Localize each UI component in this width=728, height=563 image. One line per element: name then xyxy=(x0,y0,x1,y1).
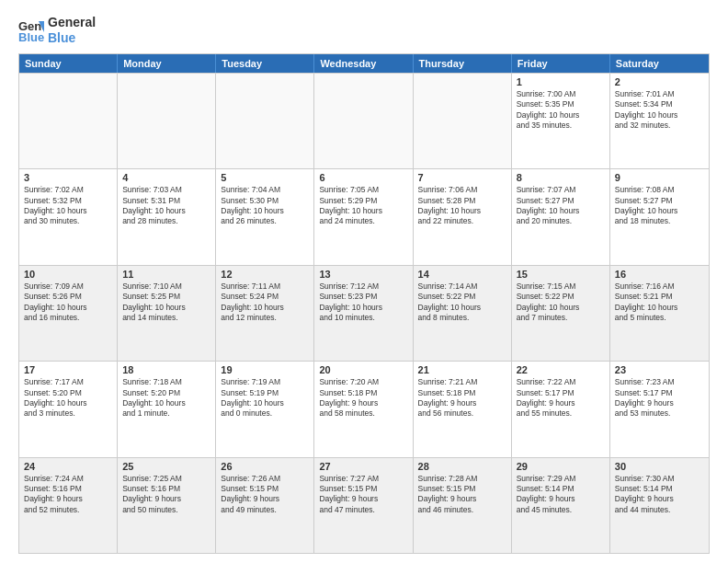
day-info: Sunrise: 7:09 AM Sunset: 5:26 PM Dayligh… xyxy=(24,282,112,324)
day-info: Sunrise: 7:06 AM Sunset: 5:28 PM Dayligh… xyxy=(418,185,506,227)
calendar-cell: 20Sunrise: 7:20 AM Sunset: 5:18 PM Dayli… xyxy=(314,362,413,456)
logo-text: GeneralBlue xyxy=(48,15,96,46)
calendar-cell: 27Sunrise: 7:27 AM Sunset: 5:15 PM Dayli… xyxy=(314,458,413,553)
calendar-row: 3Sunrise: 7:02 AM Sunset: 5:32 PM Daylig… xyxy=(19,168,709,264)
header: General Blue GeneralBlue xyxy=(18,15,710,46)
day-number: 11 xyxy=(122,269,210,280)
day-number: 17 xyxy=(24,364,112,375)
day-number: 26 xyxy=(221,461,309,472)
day-number: 14 xyxy=(418,269,506,280)
day-info: Sunrise: 7:26 AM Sunset: 5:15 PM Dayligh… xyxy=(221,474,309,516)
calendar-header: SundayMondayTuesdayWednesdayThursdayFrid… xyxy=(19,54,709,73)
calendar-cell: 21Sunrise: 7:21 AM Sunset: 5:18 PM Dayli… xyxy=(414,362,512,456)
page: General Blue GeneralBlue SundayMondayTue… xyxy=(0,0,728,563)
calendar-cell: 1Sunrise: 7:00 AM Sunset: 5:35 PM Daylig… xyxy=(512,74,610,168)
day-number: 13 xyxy=(319,269,407,280)
day-info: Sunrise: 7:10 AM Sunset: 5:25 PM Dayligh… xyxy=(122,282,210,324)
day-info: Sunrise: 7:27 AM Sunset: 5:15 PM Dayligh… xyxy=(319,474,407,516)
day-number: 24 xyxy=(24,461,112,472)
day-info: Sunrise: 7:00 AM Sunset: 5:35 PM Dayligh… xyxy=(517,89,605,132)
calendar-body: 1Sunrise: 7:00 AM Sunset: 5:35 PM Daylig… xyxy=(19,73,709,553)
day-number: 22 xyxy=(517,364,605,375)
day-info: Sunrise: 7:16 AM Sunset: 5:21 PM Dayligh… xyxy=(615,282,704,324)
calendar-cell: 30Sunrise: 7:30 AM Sunset: 5:14 PM Dayli… xyxy=(610,458,709,553)
weekday-header: Wednesday xyxy=(314,54,413,73)
day-info: Sunrise: 7:08 AM Sunset: 5:27 PM Dayligh… xyxy=(615,185,704,227)
day-number: 2 xyxy=(615,76,704,87)
day-info: Sunrise: 7:01 AM Sunset: 5:34 PM Dayligh… xyxy=(615,89,704,132)
day-info: Sunrise: 7:28 AM Sunset: 5:15 PM Dayligh… xyxy=(418,474,506,516)
day-number: 9 xyxy=(615,172,704,183)
day-number: 21 xyxy=(418,364,506,375)
day-number: 5 xyxy=(221,172,309,183)
day-info: Sunrise: 7:30 AM Sunset: 5:14 PM Dayligh… xyxy=(615,474,704,516)
day-info: Sunrise: 7:14 AM Sunset: 5:22 PM Dayligh… xyxy=(418,282,506,324)
day-number: 8 xyxy=(517,172,605,183)
day-info: Sunrise: 7:19 AM Sunset: 5:19 PM Dayligh… xyxy=(221,377,309,419)
day-number: 6 xyxy=(319,172,407,183)
day-number: 12 xyxy=(221,269,309,280)
weekday-header: Thursday xyxy=(414,54,512,73)
day-number: 28 xyxy=(418,461,506,472)
day-info: Sunrise: 7:12 AM Sunset: 5:23 PM Dayligh… xyxy=(319,282,407,324)
calendar-cell: 6Sunrise: 7:05 AM Sunset: 5:29 PM Daylig… xyxy=(314,169,413,264)
logo: General Blue GeneralBlue xyxy=(18,15,96,46)
day-number: 18 xyxy=(122,364,210,375)
calendar-cell: 3Sunrise: 7:02 AM Sunset: 5:32 PM Daylig… xyxy=(19,169,118,264)
calendar-cell: 5Sunrise: 7:04 AM Sunset: 5:30 PM Daylig… xyxy=(216,169,314,264)
day-number: 19 xyxy=(221,364,309,375)
day-info: Sunrise: 7:29 AM Sunset: 5:14 PM Dayligh… xyxy=(517,474,605,516)
day-number: 1 xyxy=(517,76,605,87)
calendar-cell: 12Sunrise: 7:11 AM Sunset: 5:24 PM Dayli… xyxy=(216,266,314,361)
calendar-cell: 14Sunrise: 7:14 AM Sunset: 5:22 PM Dayli… xyxy=(414,266,512,361)
calendar-cell: 7Sunrise: 7:06 AM Sunset: 5:28 PM Daylig… xyxy=(414,169,512,264)
calendar-cell: 29Sunrise: 7:29 AM Sunset: 5:14 PM Dayli… xyxy=(512,458,610,553)
calendar-cell: 24Sunrise: 7:24 AM Sunset: 5:16 PM Dayli… xyxy=(19,458,118,553)
day-number: 15 xyxy=(517,269,605,280)
calendar-cell: 13Sunrise: 7:12 AM Sunset: 5:23 PM Dayli… xyxy=(314,266,413,361)
calendar-row: 1Sunrise: 7:00 AM Sunset: 5:35 PM Daylig… xyxy=(19,73,709,168)
day-info: Sunrise: 7:18 AM Sunset: 5:20 PM Dayligh… xyxy=(122,377,210,419)
calendar-cell xyxy=(314,74,413,168)
calendar-cell: 2Sunrise: 7:01 AM Sunset: 5:34 PM Daylig… xyxy=(610,74,709,168)
day-number: 25 xyxy=(122,461,210,472)
calendar-cell: 16Sunrise: 7:16 AM Sunset: 5:21 PM Dayli… xyxy=(610,266,709,361)
calendar-cell: 17Sunrise: 7:17 AM Sunset: 5:20 PM Dayli… xyxy=(19,362,118,456)
day-info: Sunrise: 7:15 AM Sunset: 5:22 PM Dayligh… xyxy=(517,282,605,324)
day-info: Sunrise: 7:04 AM Sunset: 5:30 PM Dayligh… xyxy=(221,185,309,227)
day-number: 29 xyxy=(517,461,605,472)
day-number: 16 xyxy=(615,269,704,280)
weekday-header: Tuesday xyxy=(216,54,314,73)
day-info: Sunrise: 7:07 AM Sunset: 5:27 PM Dayligh… xyxy=(517,185,605,227)
calendar-cell: 11Sunrise: 7:10 AM Sunset: 5:25 PM Dayli… xyxy=(118,266,216,361)
day-info: Sunrise: 7:24 AM Sunset: 5:16 PM Dayligh… xyxy=(24,474,112,516)
day-info: Sunrise: 7:03 AM Sunset: 5:31 PM Dayligh… xyxy=(122,185,210,227)
logo-icon: General Blue xyxy=(18,17,44,43)
svg-text:Blue: Blue xyxy=(18,30,44,43)
calendar-cell: 18Sunrise: 7:18 AM Sunset: 5:20 PM Dayli… xyxy=(118,362,216,456)
calendar-cell xyxy=(19,74,118,168)
calendar-row: 17Sunrise: 7:17 AM Sunset: 5:20 PM Dayli… xyxy=(19,361,709,456)
day-number: 27 xyxy=(319,461,407,472)
calendar-cell xyxy=(216,74,314,168)
weekday-header: Monday xyxy=(118,54,216,73)
day-number: 23 xyxy=(615,364,704,375)
calendar-cell: 4Sunrise: 7:03 AM Sunset: 5:31 PM Daylig… xyxy=(118,169,216,264)
day-number: 4 xyxy=(122,172,210,183)
calendar-cell: 26Sunrise: 7:26 AM Sunset: 5:15 PM Dayli… xyxy=(216,458,314,553)
weekday-header: Sunday xyxy=(19,54,118,73)
day-number: 3 xyxy=(24,172,112,183)
calendar-cell xyxy=(118,74,216,168)
day-number: 20 xyxy=(319,364,407,375)
weekday-header: Saturday xyxy=(610,54,709,73)
day-info: Sunrise: 7:11 AM Sunset: 5:24 PM Dayligh… xyxy=(221,282,309,324)
calendar-cell: 22Sunrise: 7:22 AM Sunset: 5:17 PM Dayli… xyxy=(512,362,610,456)
day-info: Sunrise: 7:17 AM Sunset: 5:20 PM Dayligh… xyxy=(24,377,112,419)
calendar-cell: 23Sunrise: 7:23 AM Sunset: 5:17 PM Dayli… xyxy=(610,362,709,456)
calendar-cell: 10Sunrise: 7:09 AM Sunset: 5:26 PM Dayli… xyxy=(19,266,118,361)
calendar-cell: 9Sunrise: 7:08 AM Sunset: 5:27 PM Daylig… xyxy=(610,169,709,264)
calendar-cell: 25Sunrise: 7:25 AM Sunset: 5:16 PM Dayli… xyxy=(118,458,216,553)
calendar-cell: 15Sunrise: 7:15 AM Sunset: 5:22 PM Dayli… xyxy=(512,266,610,361)
calendar-cell: 8Sunrise: 7:07 AM Sunset: 5:27 PM Daylig… xyxy=(512,169,610,264)
weekday-header: Friday xyxy=(512,54,610,73)
